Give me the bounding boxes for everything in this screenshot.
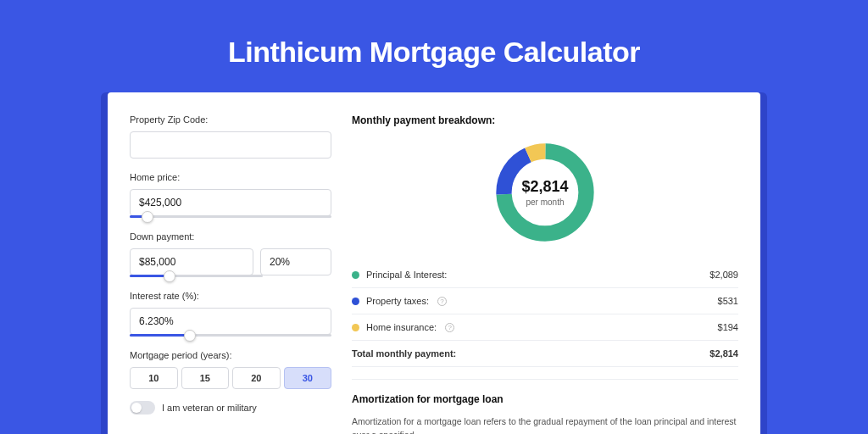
legend-label-taxes: Property taxes: bbox=[366, 296, 429, 306]
legend-value-principal: $2,089 bbox=[709, 270, 738, 280]
zip-field-group: Property Zip Code: bbox=[130, 114, 331, 159]
legend-value-taxes: $531 bbox=[718, 296, 738, 306]
card-shadow: Property Zip Code: Home price: Down paym… bbox=[101, 92, 767, 434]
veteran-toggle-knob bbox=[131, 403, 142, 413]
price-slider[interactable] bbox=[130, 215, 331, 218]
price-field-group: Home price: bbox=[130, 172, 331, 218]
donut-chart: $2,814 per month bbox=[491, 138, 599, 247]
down-amount-input[interactable] bbox=[130, 248, 253, 275]
amortization-text: Amortization for a mortgage loan refers … bbox=[352, 415, 738, 434]
donut-amount: $2,814 bbox=[521, 178, 568, 196]
rate-label: Interest rate (%): bbox=[130, 291, 331, 301]
legend-row-taxes: Property taxes: ? $531 bbox=[352, 288, 738, 314]
period-btn-10[interactable]: 10 bbox=[130, 367, 178, 389]
legend-row-insurance: Home insurance: ? $194 bbox=[352, 314, 738, 341]
rate-input[interactable] bbox=[130, 308, 331, 335]
legend-dot-insurance bbox=[352, 324, 359, 331]
price-label: Home price: bbox=[130, 172, 331, 182]
legend-dot-taxes bbox=[352, 298, 359, 305]
donut-center: $2,814 per month bbox=[521, 178, 568, 207]
period-btn-15[interactable]: 15 bbox=[181, 367, 230, 389]
legend-row-principal: Principal & Interest: $2,089 bbox=[352, 262, 738, 288]
legend-row-total: Total monthly payment: $2,814 bbox=[352, 341, 738, 367]
legend-label-insurance: Home insurance: bbox=[366, 322, 437, 332]
veteran-toggle[interactable] bbox=[130, 401, 155, 415]
period-label: Mortgage period (years): bbox=[130, 350, 331, 360]
period-btn-30[interactable]: 30 bbox=[284, 367, 332, 389]
rate-slider-thumb[interactable] bbox=[184, 330, 196, 342]
amortization-heading: Amortization for mortgage loan bbox=[352, 393, 738, 405]
down-pct-input[interactable] bbox=[260, 248, 331, 275]
donut-wrap: $2,814 per month bbox=[352, 138, 738, 247]
info-icon[interactable]: ? bbox=[445, 323, 454, 332]
veteran-row: I am veteran or military bbox=[130, 401, 331, 415]
zip-input[interactable] bbox=[130, 131, 331, 159]
rate-field-group: Interest rate (%): bbox=[130, 291, 331, 337]
breakdown-column: Monthly payment breakdown: $2,814 per mo… bbox=[352, 114, 738, 434]
breakdown-heading: Monthly payment breakdown: bbox=[352, 114, 738, 126]
veteran-label: I am veteran or military bbox=[162, 403, 257, 413]
down-label: Down payment: bbox=[130, 231, 331, 242]
info-icon[interactable]: ? bbox=[437, 297, 447, 306]
calculator-card: Property Zip Code: Home price: Down paym… bbox=[108, 92, 760, 434]
down-slider[interactable] bbox=[130, 275, 263, 277]
legend-value-total: $2,814 bbox=[709, 348, 738, 359]
form-column: Property Zip Code: Home price: Down paym… bbox=[130, 114, 331, 434]
zip-label: Property Zip Code: bbox=[130, 114, 331, 125]
rate-slider[interactable] bbox=[130, 334, 331, 337]
donut-sub: per month bbox=[521, 198, 568, 207]
legend-label-total: Total monthly payment: bbox=[352, 348, 456, 359]
down-slider-thumb[interactable] bbox=[164, 270, 175, 282]
legend-dot-principal bbox=[352, 271, 359, 279]
legend-label-principal: Principal & Interest: bbox=[366, 270, 447, 280]
period-buttons: 10 15 20 30 bbox=[130, 367, 331, 389]
down-field-group: Down payment: bbox=[130, 231, 331, 277]
price-input[interactable] bbox=[130, 189, 331, 216]
amortization-section: Amortization for mortgage loan Amortizat… bbox=[352, 379, 738, 434]
page-title: Linthicum Mortgage Calculator bbox=[0, 0, 868, 92]
legend-value-insurance: $194 bbox=[718, 322, 738, 332]
period-field-group: Mortgage period (years): 10 15 20 30 bbox=[130, 350, 331, 389]
price-slider-thumb[interactable] bbox=[142, 211, 153, 223]
period-btn-20[interactable]: 20 bbox=[232, 367, 281, 389]
